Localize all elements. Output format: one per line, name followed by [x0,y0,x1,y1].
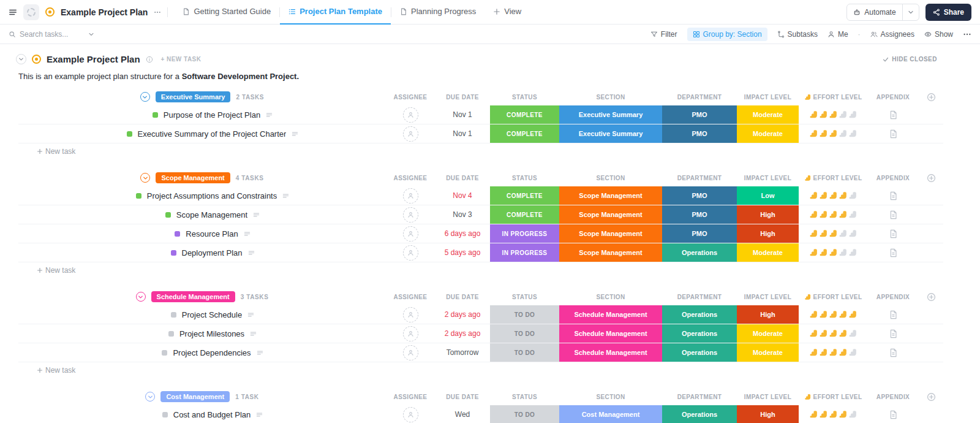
status-cell[interactable]: COMPLETE [490,105,559,124]
appendix-document-icon[interactable] [889,229,897,238]
due-date-cell[interactable]: Nov 4 [435,186,490,205]
add-assignee-button[interactable] [403,307,418,322]
share-button[interactable]: Share [925,4,971,21]
group-by-button[interactable]: Group by: Section [687,28,767,41]
status-cell[interactable]: COMPLETE [490,205,559,224]
group-badge[interactable]: Cost Management [160,391,230,402]
task-description-icon[interactable] [282,192,289,199]
section-cell[interactable]: Executive Summary [559,124,662,143]
task-description-icon[interactable] [257,349,263,356]
section-cell[interactable]: Schedule Management [559,305,662,324]
task-name[interactable]: Project Dependencies [173,348,251,357]
column-header-section[interactable]: SECTION [559,289,662,304]
add-view-button[interactable]: View [484,0,530,25]
task-description-icon[interactable] [250,330,257,337]
task-name[interactable]: Deployment Plan [182,248,243,257]
task-description-icon[interactable] [256,411,263,418]
impact-level-cell[interactable]: Moderate [737,324,799,343]
section-cell[interactable]: Cost Management [559,405,662,423]
search-box[interactable] [9,30,95,39]
column-header-department[interactable]: DEPARTMENT [662,170,737,185]
column-header-department[interactable]: DEPARTMENT [662,90,737,104]
column-header-status[interactable]: STATUS [490,90,559,104]
search-options-chevron[interactable] [88,31,95,38]
due-date-cell[interactable]: 5 days ago [435,243,490,262]
section-cell[interactable]: Schedule Management [559,343,662,362]
task-status-square[interactable] [136,193,141,199]
task-name-cell[interactable]: Deployment Plan [18,243,386,262]
column-header-impact-level[interactable]: IMPACT LEVEL [737,170,799,185]
task-row[interactable]: Project DependenciesTomorrowTO DOSchedul… [18,343,943,362]
document-title[interactable]: Example Project Plan [61,7,148,17]
show-button[interactable]: Show [924,30,953,39]
appendix-document-icon[interactable] [889,329,897,338]
task-name[interactable]: Project Milestones [179,329,244,338]
section-cell[interactable]: Scope Management [559,243,662,262]
column-header-section[interactable]: SECTION [559,170,662,185]
task-name[interactable]: Project Assumptions and Constraints [147,191,277,200]
impact-level-cell[interactable]: High [737,224,799,243]
due-date-cell[interactable]: 6 days ago [435,224,490,243]
impact-level-cell[interactable]: High [737,305,799,324]
impact-level-cell[interactable]: Low [737,186,799,205]
toolbar-more-icon[interactable] [963,30,971,39]
effort-level-cell[interactable] [799,186,867,205]
appendix-document-icon[interactable] [889,210,897,219]
task-row[interactable]: Resource Plan6 days agoIN PROGRESSScope … [18,224,943,243]
task-status-square[interactable] [171,312,176,318]
task-name-cell[interactable]: Scope Management [18,205,386,224]
department-cell[interactable]: PMO [662,105,737,124]
hide-closed-button[interactable]: HIDE CLOSED [883,56,937,63]
add-assignee-button[interactable] [403,126,418,142]
task-name[interactable]: Executive Summary of the Project Charter [138,129,287,139]
group-collapse-chevron-icon[interactable] [145,392,155,402]
task-status-square[interactable] [162,350,167,356]
add-assignee-button[interactable] [403,226,418,242]
appendix-document-icon[interactable] [889,410,897,419]
task-name-cell[interactable]: Project Assumptions and Constraints [18,186,386,205]
department-cell[interactable]: Operations [662,343,737,362]
status-cell[interactable]: TO DO [490,324,559,343]
task-description-icon[interactable] [292,131,298,137]
column-header-due-date[interactable]: DUE DATE [435,170,490,185]
new-task-top-button[interactable]: + NEW TASK [161,56,202,63]
appendix-document-icon[interactable] [889,248,897,257]
task-name[interactable]: Resource Plan [186,229,238,238]
column-header-department[interactable]: DEPARTMENT [662,289,737,304]
me-filter-button[interactable]: Me [827,30,848,39]
column-header-appendix[interactable]: APPENDIX [867,90,919,104]
assignees-button[interactable]: Assignees [870,30,914,39]
add-assignee-button[interactable] [403,245,418,261]
column-header-due-date[interactable]: DUE DATE [435,289,490,304]
task-status-square[interactable] [171,250,176,256]
task-description-icon[interactable] [244,231,251,237]
due-date-cell[interactable]: 2 days ago [435,305,490,324]
appendix-document-icon[interactable] [889,129,897,139]
effort-level-cell[interactable] [799,405,867,423]
column-header-appendix[interactable]: APPENDIX [867,170,919,185]
impact-level-cell[interactable]: Moderate [737,124,799,143]
column-header-assignee[interactable]: ASSIGNEE [386,289,435,304]
group-collapse-chevron-icon[interactable] [136,292,146,302]
add-column-button[interactable] [927,173,936,183]
column-header-due-date[interactable]: DUE DATE [435,389,490,404]
task-description-icon[interactable] [248,250,255,256]
automate-dropdown-chevron[interactable] [902,4,919,20]
task-name-cell[interactable]: Project Dependencies [18,343,386,362]
effort-level-cell[interactable] [799,205,867,224]
add-column-button[interactable] [927,392,936,402]
task-name-cell[interactable]: Project Milestones [18,324,386,343]
effort-level-cell[interactable] [799,224,867,243]
effort-level-cell[interactable] [799,324,867,343]
task-status-square[interactable] [162,412,168,417]
task-status-square[interactable] [127,131,132,137]
task-row[interactable]: Cost and Budget PlanWedTO DOCost Managem… [18,405,943,423]
new-task-button[interactable]: New task [37,147,75,156]
group-badge[interactable]: Executive Summary [156,91,231,102]
tab-planning-progress[interactable]: Planning Progress [391,0,484,25]
search-input[interactable] [20,30,84,39]
column-header-assignee[interactable]: ASSIGNEE [386,170,435,185]
column-header-assignee[interactable]: ASSIGNEE [386,389,435,404]
column-header-status[interactable]: STATUS [490,289,559,304]
column-header-effort-level[interactable]: EFFORT LEVEL [799,389,867,404]
